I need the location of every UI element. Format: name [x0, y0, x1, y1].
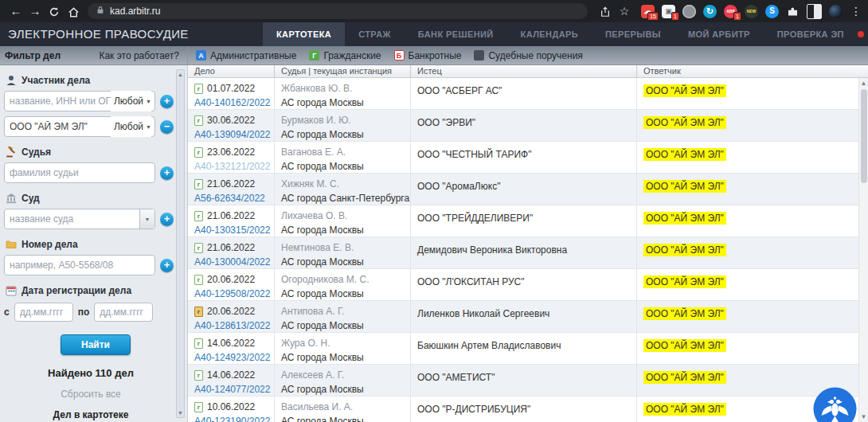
tab-moy-arbitr[interactable]: МОЙ АРБИТР [674, 22, 764, 46]
browser-menu-icon[interactable]: ⋮ [850, 5, 862, 18]
cloud-extension-icon[interactable]: ☁15 [641, 5, 655, 18]
case-number-link[interactable]: А40-123190/2022 [194, 416, 270, 422]
case-number-link[interactable]: А40-139094/2022 [194, 129, 270, 140]
administrative-category-icon: А [196, 50, 206, 61]
court-section-title: Суд [6, 193, 187, 204]
case-date: 30.06.2022 [207, 115, 255, 126]
tab-bank-resheniy[interactable]: БАНК РЕШЕНИЙ [405, 22, 507, 46]
tab-kalendar[interactable]: КАЛЕНДАРЬ [507, 22, 592, 46]
judge-name: Лихачева О. В. [281, 210, 405, 221]
participant-section-title: Участник дела [6, 75, 187, 86]
home-icon[interactable] [64, 0, 83, 22]
judge-name: Васильева И. А. [281, 401, 405, 412]
forward-icon[interactable]: → [25, 0, 45, 22]
scrollbar-thumb[interactable] [861, 89, 867, 183]
browser-toolbar: ← → kad.arbitr.ru ☆ ☁15▣1↻ABP1NEWS ⋮ [0, 0, 868, 22]
reload-icon[interactable] [45, 0, 64, 22]
halfsquare-extension-icon[interactable] [807, 4, 822, 19]
sidebar-scrollbar[interactable]: ▲ ▼ [176, 69, 185, 418]
new-extension-icon[interactable]: NEW [745, 5, 758, 18]
add-case-number-button[interactable]: + [160, 259, 174, 272]
table-row: г 21.06.2022 А40-130315/2022 Лихачева О.… [188, 205, 858, 237]
table-row: г 20.06.2022 А40-129508/2022 Огородников… [188, 269, 858, 301]
back-icon[interactable]: ← [6, 0, 25, 22]
tab-proverka-ep[interactable]: ПРОВЕРКА ЭП [764, 22, 858, 46]
scroll-up-icon[interactable]: ▲ [178, 72, 183, 77]
case-number-link[interactable]: А40-128613/2022 [194, 320, 270, 331]
case-number-link[interactable]: А40-130004/2022 [194, 256, 270, 268]
case-type-icon: г [194, 402, 203, 412]
add-court-button[interactable]: + [160, 213, 174, 226]
case-number-link[interactable]: А40-132121/2022 [194, 161, 270, 172]
court-name: АС города Москвы [281, 97, 405, 108]
filter-administrative[interactable]: ААдминистративные [196, 50, 296, 61]
judge-name: Бурмаков И. Ю. [281, 115, 405, 126]
add-participant-button[interactable]: + [160, 95, 174, 108]
site-tabs: КАРТОТЕКАСТРАЖБАНК РЕШЕНИЙКАЛЕНДАРЬПЕРЕР… [263, 22, 858, 46]
defendant-name-highlighted: ООО "АЙ ЭМ ЭЛ" [643, 244, 726, 256]
table-row: г 23.06.2022 А40-132121/2022 Ваганова Е.… [188, 142, 858, 174]
profile-avatar[interactable] [829, 5, 843, 18]
filter-title: Фильтр дел [5, 50, 61, 61]
case-number-link[interactable]: А40-124077/2022 [194, 384, 270, 395]
reset-all-link[interactable]: Сбросить все [4, 389, 178, 400]
defendant-name-highlighted: ООО "АЙ ЭМ ЭЛ" [643, 339, 726, 352]
s-extension-icon[interactable]: S [765, 5, 779, 18]
puzzle-extension-icon[interactable] [786, 5, 800, 18]
court-name: АС города Москвы [281, 256, 405, 268]
scroll-down-icon[interactable]: ▼ [178, 410, 183, 416]
judge-input[interactable] [4, 162, 155, 183]
share-icon[interactable] [596, 0, 615, 22]
civil-category-icon: Г [309, 50, 319, 61]
court-dropdown-arrow[interactable]: ▼ [139, 209, 154, 229]
scroll-up-icon[interactable]: ▲ [861, 80, 867, 87]
how-it-works-link[interactable]: Как это работает? [99, 50, 179, 61]
case-number-link[interactable]: А56-62634/2022 [194, 193, 265, 204]
plaintiff-name: ООО "АМЕТИСТ" [417, 372, 495, 383]
coat-of-arms-widget[interactable] [813, 387, 857, 422]
search-button[interactable]: Найти [61, 334, 131, 355]
court-input[interactable] [4, 209, 155, 229]
filter-civil[interactable]: ГГражданские [309, 50, 381, 61]
table-row: г 14.06.2022 А40-124923/2022 Жура О. Н. … [188, 333, 858, 365]
case-type-icon: г [194, 338, 203, 349]
login-button[interactable]: ВОЙТИ [858, 22, 868, 46]
tab-pereryvy[interactable]: ПЕРЕРЫВЫ [592, 22, 674, 46]
panel-extension-icon[interactable]: ▣1 [662, 5, 675, 18]
participant-role-select-1[interactable]: Любой▼ [111, 91, 151, 111]
case-number-link[interactable]: А40-129508/2022 [194, 288, 270, 299]
abp-extension-icon[interactable]: ABP1 [724, 5, 737, 18]
plaintiff-name: ООО "АромаЛюкс" [417, 181, 500, 192]
bookmark-star-icon[interactable]: ☆ [615, 0, 634, 22]
case-number-link[interactable]: А40-130315/2022 [194, 225, 270, 236]
counter-title: Дел в картотеке [4, 409, 178, 420]
participant-role-select-2[interactable]: Любой▼ [111, 116, 151, 137]
case-type-icon: г [194, 370, 203, 381]
globe-extension-icon[interactable] [682, 5, 696, 18]
filter-bankruptcy[interactable]: ББанкротные [394, 50, 462, 61]
category-label: Банкротные [409, 50, 462, 61]
calendar-icon [6, 285, 17, 296]
defendant-name-highlighted: ООО "АЙ ЭМ ЭЛ" [643, 307, 726, 320]
table-row: г 01.07.2022 А40-140162/2022 Жбанкова Ю.… [188, 78, 858, 110]
add-judge-button[interactable]: + [160, 166, 174, 180]
filter-assignments[interactable]: Судебные поручения [474, 50, 582, 61]
double-headed-eagle-icon [813, 387, 857, 422]
column-header-judge: Судья | текущая инстанция [275, 65, 411, 77]
remove-participant-button[interactable]: − [160, 120, 174, 134]
table-scrollbar[interactable]: ▲ ▼ [858, 78, 868, 422]
judge-name: Алексеев А. Г. [281, 369, 405, 381]
chevron-down-icon: ▼ [146, 99, 151, 104]
date-to-input[interactable] [94, 303, 153, 322]
case-number-link[interactable]: А40-140162/2022 [194, 97, 270, 108]
tab-strazh[interactable]: СТРАЖ [345, 22, 405, 46]
case-number-input[interactable] [4, 255, 155, 275]
folder-icon [6, 239, 17, 250]
address-bar[interactable]: kad.arbitr.ru [88, 3, 588, 19]
date-from-input[interactable] [14, 303, 73, 322]
tab-kartoteka[interactable]: КАРТОТЕКА [263, 22, 345, 46]
case-number-link[interactable]: А40-124923/2022 [194, 352, 270, 363]
scroll-down-icon[interactable]: ▼ [861, 413, 867, 420]
sync-extension-icon[interactable]: ↻ [703, 5, 717, 18]
table-header: Дело Судья | текущая инстанция Истец Отв… [188, 65, 868, 78]
